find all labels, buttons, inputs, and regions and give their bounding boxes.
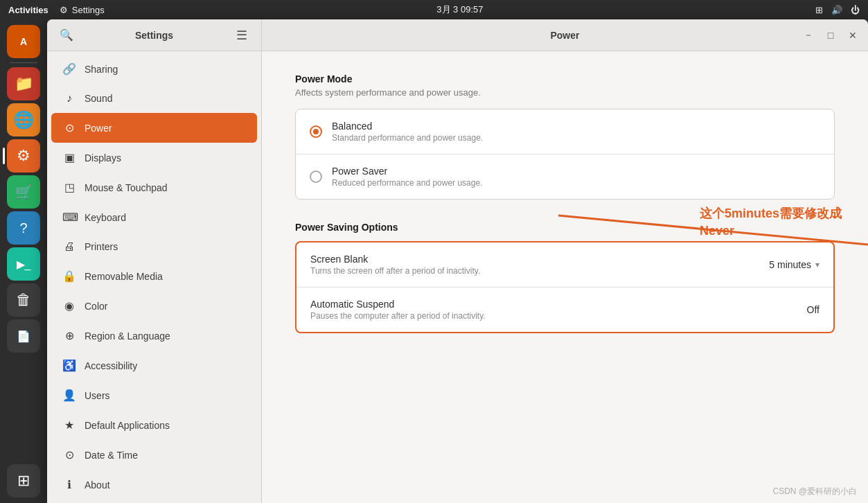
accessibility-icon: ♿ [62, 359, 76, 372]
sidebar-label-default-apps: Default Applications [85, 420, 170, 431]
radio-balanced-text: Balanced Standard performance and power … [332, 121, 483, 143]
sidebar-item-displays[interactable]: ▣ Displays [51, 143, 257, 173]
sidebar-label-datetime: Date & Time [85, 450, 138, 461]
sidebar-item-removable[interactable]: 🔒 Removable Media [51, 261, 257, 291]
radio-balanced-sublabel: Standard performance and power usage. [332, 133, 483, 143]
sidebar-item-mouse[interactable]: ◳ Mouse & Touchpad [51, 173, 257, 202]
sidebar-label-about: About [85, 479, 110, 491]
maximize-button[interactable]: □ [821, 26, 840, 45]
sidebar-item-accessibility[interactable]: ♿ Accessibility [51, 351, 257, 380]
taskbar-trash[interactable]: 🗑 [7, 283, 40, 317]
topbar-right: ⊞ 🔊 ⏻ [815, 5, 860, 15]
datetime-sidebar-icon: ⊙ [62, 448, 76, 461]
sidebar-label-removable: Removable Media [85, 271, 163, 282]
power-mode-description: Affects system performance and power usa… [295, 87, 835, 98]
settings-indicator: ⚙ Settings [60, 5, 105, 15]
annotation-container: 这个5minutes需要修改成Never [700, 205, 842, 240]
screen-blank-value[interactable]: 5 minutes ▾ [769, 259, 820, 270]
auto-suspend-label: Automatic Suspend [310, 299, 807, 310]
sidebar-item-sharing[interactable]: 🔗 Sharing [51, 54, 257, 84]
datetime-label: 3月 3 09:57 [436, 3, 483, 16]
network-icon[interactable]: ⊞ [815, 5, 823, 15]
settings-window: 🔍 Settings ☰ Power － □ ✕ 🔗 Sharing ♪ Sou… [47, 19, 868, 503]
taskbar-avatar[interactable]: A [7, 25, 40, 58]
sidebar-title: Settings [83, 30, 225, 41]
sidebar-label-sharing: Sharing [85, 64, 118, 75]
sidebar: 🔗 Sharing ♪ Sound ⊙ Power ▣ Displays ◳ M… [47, 51, 262, 503]
radio-power-saver-sublabel: Reduced performance and power usage. [332, 178, 482, 188]
sidebar-item-region[interactable]: ⊕ Region & Language [51, 321, 257, 351]
screen-blank-text: Screen Blank Turns the screen off after … [310, 254, 769, 276]
sidebar-label-mouse: Mouse & Touchpad [85, 182, 168, 193]
power-mode-title: Power Mode [295, 73, 835, 85]
sidebar-item-power[interactable]: ⊙ Power [51, 113, 257, 143]
sidebar-item-color[interactable]: ◉ Color [51, 291, 257, 321]
taskbar-terminal[interactable]: ▶_ [7, 247, 40, 281]
users-icon: 👤 [62, 389, 76, 402]
sidebar-item-about[interactable]: ℹ About [51, 470, 257, 500]
sidebar-item-datetime[interactable]: ⊙ Date & Time [51, 440, 257, 470]
printers-icon: 🖨 [62, 240, 76, 253]
sidebar-label-region: Region & Language [85, 330, 170, 342]
taskbar-apps-grid[interactable]: ⊞ [7, 464, 40, 497]
main-panel: Power Mode Affects system performance an… [262, 51, 868, 503]
taskbar-settings[interactable]: ⚙ [7, 139, 40, 173]
taskbar-unknown[interactable]: 📄 [7, 319, 40, 353]
taskbar-appstore[interactable]: 🛒 [7, 175, 40, 209]
color-icon: ◉ [62, 299, 76, 312]
minimize-button[interactable]: － [799, 26, 818, 45]
mouse-icon: ◳ [62, 181, 76, 194]
sidebar-item-sound[interactable]: ♪ Sound [51, 84, 257, 113]
radio-power-saver[interactable]: Power Saver Reduced performance and powe… [296, 155, 834, 199]
titlebar: 🔍 Settings ☰ Power － □ ✕ [47, 19, 868, 51]
radio-power-saver-text: Power Saver Reduced performance and powe… [332, 166, 482, 188]
radio-power-saver-label: Power Saver [332, 166, 482, 177]
close-button[interactable]: ✕ [843, 26, 862, 45]
default-apps-icon: ★ [62, 418, 76, 432]
sidebar-item-printers[interactable]: 🖨 Printers [51, 232, 257, 261]
taskbar-separator [10, 62, 37, 63]
topbar-left: Activities ⚙ Settings [8, 5, 105, 15]
annotation-text: 这个5minutes需要修改成Never [700, 205, 842, 240]
screen-blank-dropdown-arrow: ▾ [815, 260, 820, 270]
window-controls: － □ ✕ [799, 26, 862, 45]
power-icon[interactable]: ⏻ [851, 5, 860, 15]
power-mode-radio-group: Balanced Standard performance and power … [295, 109, 835, 200]
power-saving-group: Screen Blank Turns the screen off after … [295, 241, 835, 333]
screen-blank-value-text: 5 minutes [769, 259, 811, 270]
keyboard-icon: ⌨ [62, 211, 76, 224]
taskbar-help[interactable]: ? [7, 211, 40, 245]
app-name-label: Settings [72, 5, 105, 15]
screen-blank-row[interactable]: Screen Blank Turns the screen off after … [296, 242, 833, 288]
taskbar: A 📁 🌐 ⚙ 🛒 ? ▶_ 🗑 📄 ⊞ [0, 19, 47, 503]
volume-icon[interactable]: 🔊 [831, 5, 842, 15]
radio-balanced-label: Balanced [332, 121, 483, 132]
titlebar-main: Power － □ ✕ [262, 19, 868, 51]
power-sidebar-icon: ⊙ [62, 121, 76, 134]
radio-balanced[interactable]: Balanced Standard performance and power … [296, 109, 834, 155]
taskbar-browser[interactable]: 🌐 [7, 103, 40, 136]
sidebar-label-keyboard: Keyboard [85, 212, 126, 223]
sidebar-item-default-apps[interactable]: ★ Default Applications [51, 410, 257, 440]
topbar: Activities ⚙ Settings 3月 3 09:57 ⊞ 🔊 ⏻ [0, 0, 868, 19]
sidebar-label-power: Power [85, 123, 112, 134]
auto-suspend-value: Off [807, 304, 820, 315]
sidebar-item-users[interactable]: 👤 Users [51, 380, 257, 410]
radio-power-saver-circle [310, 170, 322, 183]
search-button[interactable]: 🔍 [55, 24, 78, 46]
menu-button[interactable]: ☰ [231, 24, 253, 46]
sidebar-label-displays: Displays [85, 152, 121, 164]
auto-suspend-value-text: Off [807, 304, 820, 315]
screen-blank-label: Screen Blank [310, 254, 769, 265]
page-title: Power [550, 30, 579, 41]
radio-balanced-circle [310, 125, 322, 138]
sidebar-item-keyboard[interactable]: ⌨ Keyboard [51, 202, 257, 232]
sidebar-label-color: Color [85, 301, 107, 312]
topbar-center: 3月 3 09:57 [436, 3, 483, 16]
displays-icon: ▣ [62, 151, 76, 164]
taskbar-files[interactable]: 📁 [7, 67, 40, 100]
activities-button[interactable]: Activities [8, 5, 48, 15]
sharing-icon: 🔗 [62, 62, 76, 76]
screen-blank-sublabel: Turns the screen off after a period of i… [310, 266, 769, 276]
auto-suspend-row[interactable]: Automatic Suspend Pauses the computer af… [296, 288, 833, 332]
